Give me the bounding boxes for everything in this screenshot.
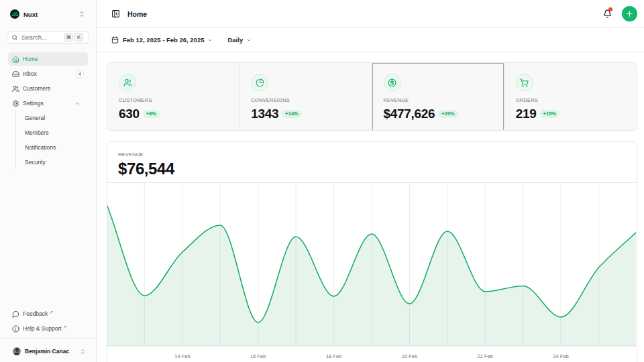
svg-text:24 Feb: 24 Feb xyxy=(553,353,568,359)
svg-text:16 Feb: 16 Feb xyxy=(250,353,266,359)
svg-text:20 Feb: 20 Feb xyxy=(402,353,417,359)
svg-text:22 Feb: 22 Feb xyxy=(478,353,493,359)
svg-text:18 Feb: 18 Feb xyxy=(326,353,341,359)
svg-text:14 Feb: 14 Feb xyxy=(174,353,190,359)
